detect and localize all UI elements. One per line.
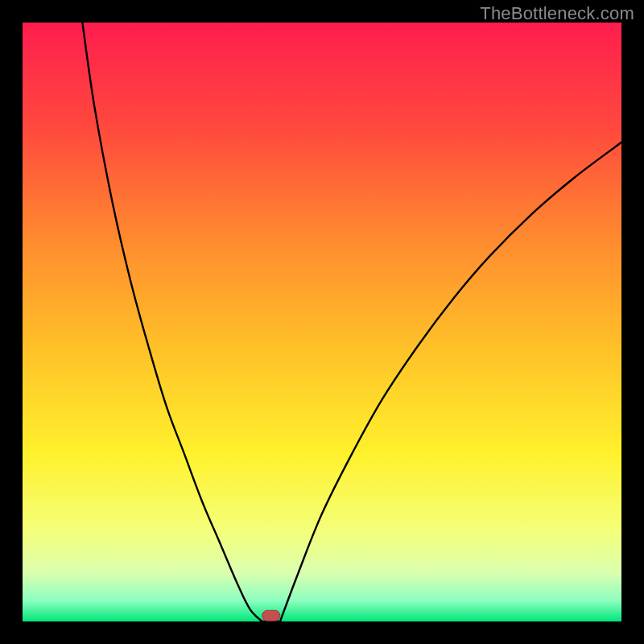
gradient-background (23, 23, 621, 621)
plot-area (23, 23, 621, 621)
chart-frame: TheBottleneck.com (0, 0, 644, 644)
plot-svg (23, 23, 621, 621)
watermark-text: TheBottleneck.com (480, 3, 634, 24)
optimal-point-marker (262, 610, 280, 621)
